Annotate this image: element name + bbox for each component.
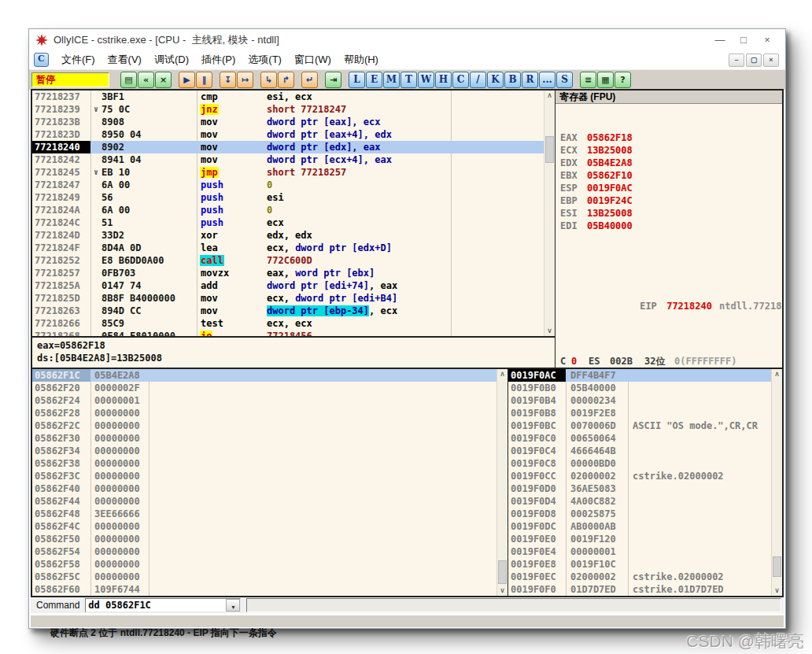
- flag-row[interactable]: C0ES002B32位0(FFFFFFFF): [560, 355, 782, 368]
- stack-row[interactable]: 0019F0E80019F10C: [508, 558, 772, 571]
- execute-till-return-button[interactable]: ↵: [301, 72, 318, 88]
- disasm-row[interactable]: 7721824C51pushecx: [32, 216, 544, 229]
- dump-row[interactable]: 05862F60109F6744: [32, 583, 497, 596]
- menu-item[interactable]: 调试(D): [148, 53, 195, 67]
- scroll-thumb[interactable]: [498, 560, 507, 584]
- stack-row[interactable]: 0019F0B80019F2E8: [508, 407, 772, 419]
- stack-row[interactable]: 0019F0D036AE5083: [508, 482, 772, 495]
- disasm-row[interactable]: 7721824D33D2xoredx, edx: [32, 229, 544, 242]
- dump-row[interactable]: 05862F5000000000: [32, 533, 497, 545]
- stack-row[interactable]: 0019F0DCAB0000AB: [508, 520, 772, 533]
- stack-row[interactable]: 0019F0CC02000002cstrike.02000002: [508, 470, 772, 482]
- stack-row[interactable]: 0019F0B005B40000: [508, 382, 772, 394]
- menu-item[interactable]: 查看(V): [102, 53, 148, 67]
- register-row[interactable]: ECX13B25008: [560, 144, 782, 157]
- disasm-row[interactable]: 7721824956pushesi: [32, 191, 544, 204]
- register-row[interactable]: EDI05B40000: [560, 220, 782, 232]
- disasm-row[interactable]: 772182476A 00push0: [32, 179, 544, 191]
- pause-exec-button[interactable]: ‖: [196, 72, 212, 88]
- disasm-row[interactable]: 77218245EB 10jmpshort 77218257: [32, 166, 544, 179]
- close-button[interactable]: ×: [755, 34, 779, 46]
- stack-row[interactable]: 0019F0C44666464B: [508, 445, 772, 457]
- scroll-down-icon[interactable]: [544, 326, 555, 336]
- mdi-system-icon[interactable]: C: [34, 53, 49, 67]
- disasm-row[interactable]: 7721823D8950 04movdword ptr [eax+4], edx: [32, 128, 544, 141]
- stack-row[interactable]: 0019F0F001D7D7EDcstrike.01D7D7ED: [508, 583, 772, 596]
- dump-row[interactable]: 05862F3400000000: [32, 445, 497, 457]
- dump-row[interactable]: 05862F5C00000000: [32, 571, 497, 583]
- dump-row[interactable]: 05862F3C00000000: [32, 470, 497, 482]
- command-combobox[interactable]: dd 05862F1C: [85, 598, 241, 612]
- watches-window-button[interactable]: W: [418, 72, 434, 88]
- dump-row[interactable]: 05862F2400000001: [32, 394, 497, 407]
- disasm-row[interactable]: 7721825D8B8F B4000000movecx, dword ptr […: [32, 292, 544, 305]
- references-window-button[interactable]: R: [522, 72, 538, 88]
- open-file-button[interactable]: ▤: [120, 72, 137, 88]
- call-stack-window-button[interactable]: K: [487, 72, 504, 88]
- menu-item[interactable]: 插件(P): [195, 53, 242, 67]
- maximize-button[interactable]: □: [732, 34, 755, 46]
- eip-row[interactable]: EIP77218240ntdll.77218240: [560, 287, 782, 300]
- disasm-scrollbar[interactable]: [544, 91, 555, 336]
- register-row[interactable]: ESI13B25008: [560, 207, 782, 220]
- cpu-window-button[interactable]: C: [452, 72, 469, 88]
- mdi-close-button[interactable]: ×: [763, 54, 779, 67]
- help-button[interactable]: ?: [615, 72, 631, 88]
- disasm-row[interactable]: 77218263894D CCmovdword ptr [ebp-34], ec…: [32, 305, 544, 317]
- register-row[interactable]: EDX05B4E2A8: [560, 157, 782, 169]
- disasm-row[interactable]: 7721823B8908movdword ptr [eax], ecx: [32, 116, 544, 128]
- disasm-row[interactable]: 772182680F84 F8010000je77218456: [32, 330, 544, 336]
- scroll-up-icon[interactable]: [772, 369, 782, 379]
- disasm-row[interactable]: 772182428941 04movdword ptr [ecx+4], eax: [32, 153, 544, 166]
- stack-row[interactable]: 0019F0EC02000002cstrike.02000002: [508, 571, 772, 583]
- dump-row[interactable]: 05862F4C00000000: [32, 520, 497, 533]
- restart-button[interactable]: «: [138, 72, 154, 88]
- disasm-row[interactable]: 7721824F8D4A 0Dleaecx, dword ptr [edx+D]: [32, 242, 544, 254]
- dump-row[interactable]: 05862F1C05B4E2A8: [32, 369, 497, 382]
- disasm-row[interactable]: 772182570FB703movzxeax, word ptr [ebx]: [32, 267, 544, 279]
- stack-row[interactable]: 0019F0D800025875: [508, 508, 772, 520]
- mdi-minimize-button[interactable]: –: [729, 54, 744, 67]
- register-row[interactable]: ESP0019F0AC: [560, 182, 782, 194]
- titlebar[interactable]: OllyICE - cstrike.exe - [CPU - 主线程, 模块 -…: [29, 29, 785, 50]
- disasm-row[interactable]: 7721826685C9testecx, ecx: [32, 317, 544, 330]
- stack-row[interactable]: 0019F0E00019F120: [508, 533, 772, 545]
- stack-row[interactable]: 0019F0B400000234: [508, 394, 772, 407]
- app-icon[interactable]: [35, 34, 48, 46]
- dump-row[interactable]: 05862F2C00000000: [32, 419, 497, 432]
- patches-window-button[interactable]: /: [470, 72, 486, 88]
- register-row[interactable]: EBX05862F10: [560, 169, 782, 182]
- scroll-thumb[interactable]: [545, 136, 554, 163]
- step-over-button[interactable]: ↦: [237, 72, 253, 88]
- command-input[interactable]: dd 05862F1C: [86, 599, 226, 612]
- disasm-row[interactable]: 772182408902movdword ptr [edx], eax: [32, 141, 544, 153]
- dump-row[interactable]: 05862F2800000000: [32, 407, 497, 419]
- appearance-button[interactable]: ▦: [597, 72, 614, 88]
- threads-window-button[interactable]: T: [400, 72, 417, 88]
- handles-window-button[interactable]: H: [435, 72, 452, 88]
- executables-window-button[interactable]: E: [366, 72, 382, 88]
- menu-item[interactable]: 选项(T): [242, 53, 288, 67]
- scroll-thumb[interactable]: [773, 556, 781, 577]
- dump-row[interactable]: 05862F5400000000: [32, 545, 497, 558]
- scroll-down-icon[interactable]: [497, 586, 507, 596]
- run-button[interactable]: ▶: [179, 72, 195, 88]
- disasm-row[interactable]: 7721823975 0Cjnzshort 77218247: [32, 103, 544, 116]
- menu-item[interactable]: 文件(F): [55, 53, 102, 67]
- stack-row[interactable]: 0019F0C800000BD0: [508, 457, 772, 470]
- dump-row[interactable]: 05862F4000000000: [32, 482, 497, 495]
- run-to-cursor-button[interactable]: ⇥: [325, 72, 341, 88]
- dump-row[interactable]: 05862F3000000000: [32, 432, 497, 445]
- register-row[interactable]: EAX05862F18: [560, 131, 782, 144]
- menu-item[interactable]: 窗口(W): [288, 53, 338, 67]
- stack-row[interactable]: 0019F0BC0070006DASCII "OS mode.",CR,CR: [508, 419, 772, 432]
- windows-list-button[interactable]: ≡: [580, 72, 596, 88]
- disasm-row[interactable]: 7721824A6A 00push0: [32, 204, 544, 216]
- dump-row[interactable]: 05862F4400000000: [32, 495, 497, 508]
- command-args-field[interactable]: [246, 598, 781, 612]
- stack-row[interactable]: 0019F0D44A00C882: [508, 495, 772, 508]
- disasm-row[interactable]: 772182373BF1cmpesi, ecx: [32, 91, 544, 103]
- scroll-up-icon[interactable]: [497, 369, 507, 379]
- stack-row[interactable]: 0019F0C000650064: [508, 432, 772, 445]
- dump-scrollbar[interactable]: [496, 369, 507, 596]
